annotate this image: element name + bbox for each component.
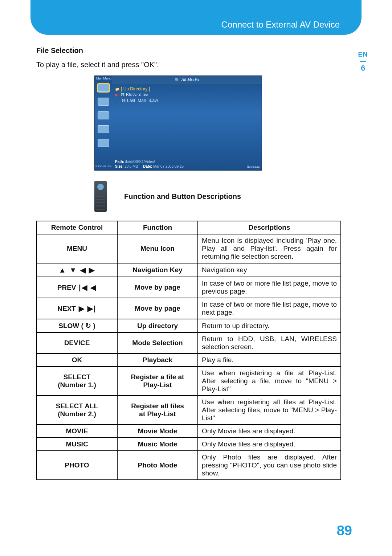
footer-size-label: Size: [115,164,123,168]
cell-remote-control: MUSIC [37,438,117,451]
table-row: SELECT ALL(Number 2.)Register all files … [37,396,341,425]
table-row: PREV |◀ ◀Move by pageIn case of two or m… [37,277,341,298]
table-row: PHOTOPhoto ModeOnly Photo files are disp… [37,451,341,480]
screenshot-sidebar: MainMenu [95,81,112,156]
cell-description: In case of two or more file list page, m… [198,298,341,319]
table-row: MOVIEMovie ModeOnly Movie files are disp… [37,425,341,438]
cell-function: Up directory [117,319,198,332]
device-screenshot: MainMenu All Media [ Up Directory ] ▶Bli… [94,75,262,171]
cell-description: Only Photo files are displayed. After pr… [198,451,341,480]
cell-description: Only Movie files are displayed. [198,425,341,438]
cell-function: Move by page [117,277,198,298]
sidebar-icon-b [98,125,109,133]
remote-control-image [94,181,107,212]
cell-description: Return to up directory. [198,319,341,332]
file-selection-text: To play a file, select it and press "OK"… [36,61,341,69]
cell-remote-control: SELECT(Number 1.) [37,367,117,396]
sidebar-icon-wireless [98,139,109,147]
cell-remote-control: MOVIE [37,425,117,438]
th-function: Function [117,221,198,234]
file-row-2: Last_Man_3.avi [122,98,158,103]
remote-glyph-icon: ▶ ▶| [76,304,97,312]
table-row: MENUMenu IconMenu Icon is displayed incl… [37,234,341,263]
cell-remote-control: OK [37,353,117,367]
cell-function: Register all files at Play-List [117,396,198,425]
screenshot-brand: freecom [247,165,260,169]
remote-glyph-icon: |◀ ◀ [76,283,97,291]
cell-remote-control: MENU [37,234,117,263]
cell-function: Register a file at Play-List [117,367,198,396]
footer-path: /hdd/DISK1/Video/ [125,160,155,164]
cell-function: Photo Mode [117,451,198,480]
sidebar-icon-lan [98,111,109,119]
file-selection-heading: File Selection [36,46,341,55]
th-remote-control: Remote Control [37,221,117,234]
cell-description: Play a file. [198,353,341,367]
th-descriptions: Descriptions [198,221,341,234]
table-row: OKPlaybackPlay a file. [37,353,341,367]
cell-function: Move by page [117,298,198,319]
table-row: NEXT ▶ ▶|Move by pageIn case of two or m… [37,298,341,319]
file-up-directory: [ Up Directory ] [115,86,150,91]
page-number: 89 [337,523,352,539]
footer-date: Mar 07 2005 09:25 [153,164,184,168]
cell-description: Use when registering a file at Play-List… [198,367,341,396]
table-row: SELECT(Number 1.)Register a file at Play… [37,367,341,396]
footer-path-label: Path: [115,160,124,164]
language-divider: — [356,59,370,63]
cell-function: Music Mode [117,438,198,451]
cell-description: Navigation key [198,263,341,277]
cell-remote-control: PREV |◀ ◀ [37,277,117,298]
table-row: ▲ ▼ ◀ ▶Navigation KeyNavigation key [37,263,341,277]
banner-title: Connect to External AV Device [221,20,340,30]
screenshot-mainmenu-label: MainMenu [96,77,111,80]
screenshot-filelist: [ Up Directory ] ▶Blizzard.avi Last_Man_… [115,86,259,103]
sidebar-icon-usb [98,98,109,106]
file-row-1: Blizzard.avi [121,92,148,97]
screenshot-footer: Path: /hdd/DISK1/Video/ Size: 28.5 MB Da… [115,159,260,169]
cell-remote-control: NEXT ▶ ▶| [37,298,117,319]
footer-size: 28.5 MB [124,164,138,168]
sidebar-icon-hdd [98,84,109,92]
screenshot-header: All Media [112,76,262,84]
footer-date-label: Date: [143,164,152,168]
cell-function: Navigation Key [117,263,198,277]
cell-description: Only Movie files are displayed. [198,438,341,451]
cell-remote-control: PHOTO [37,451,117,480]
cell-description: In case of two or more file list page, m… [198,277,341,298]
chapter-number: 6 [356,64,370,73]
table-row: DEVICEMode SelectionReturn to HDD, USB, … [37,332,341,353]
language-strip: EN — 6 [356,51,370,73]
page-banner: Connect to External AV Device [30,0,362,35]
cell-function: Movie Mode [117,425,198,438]
remote-glyph-icon: ▲ ▼ ◀ ▶ [59,266,95,274]
cell-remote-control: SELECT ALL(Number 2.) [37,396,117,425]
cell-function: Playback [117,353,198,367]
screenshot-device-tag: P350 WLAN [95,165,111,168]
cell-description: Menu Icon is displayed including 'Play o… [198,234,341,263]
cell-remote-control: ▲ ▼ ◀ ▶ [37,263,117,277]
cell-description: Return to HDD, USB, LAN, WIRELESS select… [198,332,341,353]
table-row: SLOW ( ↻ )Up directoryReturn to up direc… [37,319,341,332]
table-row: MUSICMusic ModeOnly Movie files are disp… [37,438,341,451]
cell-function: Menu Icon [117,234,198,263]
cell-description: Use when registering all files at Play-L… [198,396,341,425]
function-descriptions-heading: Function and Button Descriptions [124,192,241,201]
button-descriptions-table: Remote Control Function Descriptions MEN… [36,221,341,480]
cell-remote-control: DEVICE [37,332,117,353]
cell-function: Mode Selection [117,332,198,353]
pointer-icon: ▶ [115,93,118,97]
cell-remote-control: SLOW ( ↻ ) [37,319,117,332]
